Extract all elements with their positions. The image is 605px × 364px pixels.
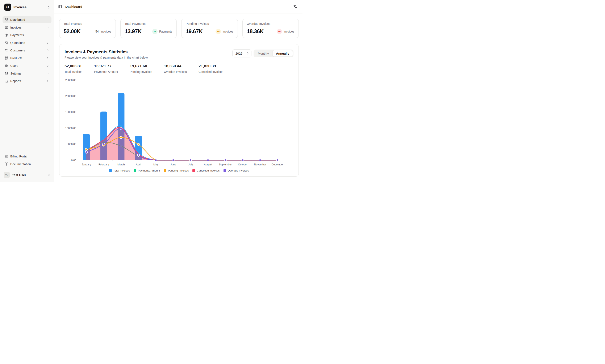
chart-stat-pending-invoices: 19,671.60 Pending Invoices <box>130 64 152 74</box>
workspace-title: Invoices <box>13 5 45 9</box>
sidebar-item-settings[interactable]: Settings <box>2 70 52 77</box>
sidebar-item-dashboard[interactable]: Dashboard <box>2 16 52 23</box>
legend-item-pending-invoices[interactable]: Pending Invoices <box>164 169 189 172</box>
sidebar-item-label: Users <box>10 64 18 67</box>
svg-text:October: October <box>238 163 247 166</box>
panel-left-icon <box>58 5 62 9</box>
chart-stat-label: Total Invoices <box>65 70 82 74</box>
stat-card-label: Pending Invoices <box>186 22 233 26</box>
sidebar-item-users[interactable]: Users <box>2 62 52 69</box>
year-select-value: 2025 <box>235 52 242 55</box>
chart-stat-cancelled-invoices: 21,830.39 Cancelled Invoices <box>199 64 223 74</box>
chevron-right-icon <box>46 79 49 82</box>
statistics-card: Invoices & Payments Statistics Please vi… <box>59 44 299 177</box>
stat-cards-row: Total Invoices 52.00K 54 Invoices Total … <box>59 19 299 38</box>
content: Total Invoices 52.00K 54 Invoices Total … <box>54 13 302 182</box>
chevron-right-icon <box>46 72 49 75</box>
chart-stats-row: 52,003.81 Total Invoices13,971.77 Paymen… <box>65 64 294 74</box>
svg-text:August: August <box>204 163 212 166</box>
legend-swatch <box>109 169 112 172</box>
banknote-icon <box>5 155 8 158</box>
languages-icon <box>294 5 297 8</box>
stat-card-badge: 19 <box>277 29 282 34</box>
chart-stat-label: Pending Invoices <box>130 70 152 74</box>
svg-text:November: November <box>254 163 266 166</box>
stat-card-total-invoices: Total Invoices 52.00K 54 Invoices <box>59 19 116 38</box>
main-area: Dashboard Total Invoices 52.00K 54 Invoi… <box>54 0 302 182</box>
app-root: CL Invoices DashboardInvoicesPaymentsQuo… <box>0 0 302 182</box>
legend-item-payments-amount[interactable]: Payments Amount <box>134 169 160 172</box>
sidebar-toggle-button[interactable] <box>57 4 63 10</box>
chart-stat-label: Cancelled Invoices <box>199 70 223 74</box>
sidebar: CL Invoices DashboardInvoicesPaymentsQuo… <box>0 0 54 182</box>
chart-stat-label: Overdue Invoices <box>164 70 187 74</box>
svg-text:May: May <box>153 163 158 166</box>
stat-card-badge: 16 <box>152 29 158 34</box>
stat-card-value: 52.00K <box>64 28 81 35</box>
sidebar-item-label: Billing Portal <box>10 155 27 158</box>
svg-text:July: July <box>188 163 193 166</box>
svg-text:December: December <box>271 163 283 166</box>
sidebar-spacer <box>2 85 52 153</box>
sidebar-item-label: Payments <box>10 33 24 37</box>
chart-title: Invoices & Payments Statistics <box>65 49 148 54</box>
chevrons-up-down-icon <box>47 173 50 177</box>
chart-stat-value: 13,971.77 <box>94 64 118 68</box>
svg-text:0.00: 0.00 <box>71 159 76 162</box>
toggle-option-monthly[interactable]: Monthly <box>254 50 272 57</box>
sidebar-item-invoices[interactable]: Invoices <box>2 24 52 31</box>
user-menu[interactable]: TU Test User <box>2 171 52 179</box>
svg-text:September: September <box>219 163 232 166</box>
legend-swatch <box>134 169 136 172</box>
sidebar-item-reports[interactable]: Reports <box>2 78 52 84</box>
sidebar-footer: Billing PortalDocumentation <box>2 153 52 168</box>
sidebar-item-payments[interactable]: Payments <box>2 32 52 39</box>
sidebar-item-billing-portal[interactable]: Billing Portal <box>2 153 52 160</box>
stat-card-label: Total Invoices <box>64 22 111 26</box>
workspace-switcher[interactable]: CL Invoices <box>2 2 52 12</box>
legend-item-overdue-invoices[interactable]: Overdue Invoices <box>224 169 249 172</box>
sidebar-nav: DashboardInvoicesPaymentsQuotationsCusto… <box>2 16 52 85</box>
sidebar-item-customers[interactable]: Customers <box>2 47 52 54</box>
qr-code-icon <box>5 56 8 60</box>
sidebar-item-documentation[interactable]: Documentation <box>2 161 52 168</box>
chart-stat-label: Payments Amount <box>94 70 118 74</box>
user-name: Test User <box>12 173 45 177</box>
toggle-option-annually[interactable]: Annually <box>272 50 293 57</box>
sidebar-item-products[interactable]: Products <box>2 55 52 62</box>
layout-grid-icon <box>5 18 8 22</box>
stat-card-value: 18.36K <box>247 28 264 35</box>
stat-card-meta: 19 Invoices <box>215 29 233 34</box>
legend-swatch <box>224 169 226 172</box>
chevron-right-icon <box>46 64 49 67</box>
chevron-right-icon <box>46 26 49 29</box>
chart-stat-value: 21,830.39 <box>199 64 223 68</box>
legend-label: Cancelled Invoices <box>197 169 219 172</box>
language-button[interactable] <box>293 4 298 9</box>
top-bar: Dashboard <box>54 0 302 13</box>
legend-item-cancelled-invoices[interactable]: Cancelled Invoices <box>192 169 219 172</box>
legend-item-total-invoices[interactable]: Total Invoices <box>109 169 130 172</box>
legend-label: Overdue Invoices <box>228 169 249 172</box>
stat-card-bottom: 19.67K 19 Invoices <box>186 28 233 35</box>
chart-stat-value: 18,360.44 <box>164 64 187 68</box>
stat-card-meta: 54 Invoices <box>95 29 111 34</box>
sidebar-item-label: Reports <box>10 79 21 83</box>
sidebar-item-quotations[interactable]: Quotations <box>2 39 52 46</box>
chart-controls: 2025 MonthlyAnnually <box>232 49 294 57</box>
chart-stat-value: 52,003.81 <box>65 64 82 68</box>
sidebar-item-label: Invoices <box>10 26 21 29</box>
svg-text:March: March <box>117 163 125 166</box>
sidebar-item-label: Documentation <box>10 162 31 166</box>
chart-stat-payments-amount: 13,971.77 Payments Amount <box>94 64 118 74</box>
chevrons-up-down-icon <box>47 6 50 9</box>
stat-card-unit: Invoices <box>100 30 111 33</box>
year-select[interactable]: 2025 <box>232 49 252 57</box>
book-open-icon <box>5 162 8 166</box>
legend-label: Total Invoices <box>113 169 130 172</box>
chart-header: Invoices & Payments Statistics Please vi… <box>65 49 294 59</box>
chevron-right-icon <box>46 49 49 52</box>
chart-stat-value: 19,671.60 <box>130 64 152 68</box>
file-clock-icon <box>5 41 8 44</box>
legend-swatch <box>164 169 166 172</box>
